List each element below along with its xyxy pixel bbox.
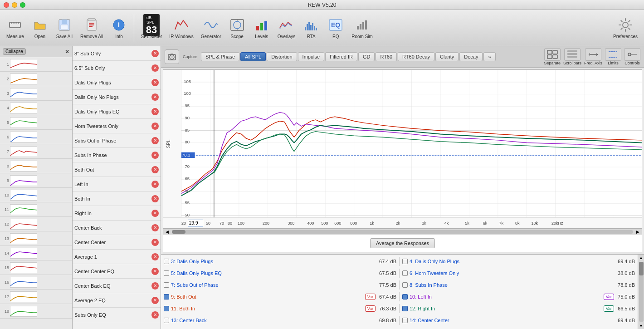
sidebar-item[interactable]: 16 (0, 275, 72, 290)
freq-cursor-input[interactable] (188, 220, 203, 226)
minimize-button[interactable] (12, 2, 17, 8)
ir-windows-button[interactable]: IR Windows (166, 15, 196, 41)
tab-decay[interactable]: Decay (459, 52, 483, 61)
measurement-delete-button[interactable]: ✕ (151, 93, 159, 101)
eq-button[interactable]: EQ EQ (324, 15, 347, 41)
sidebar-item[interactable]: 12 (0, 217, 72, 231)
preferences-button[interactable]: Preferences (610, 15, 640, 41)
measurement-item[interactable]: Both In ✕ (73, 192, 161, 206)
sidebar-item[interactable]: 3 (0, 86, 72, 101)
controls-button[interactable]: Controls (624, 48, 640, 65)
measurement-delete-button[interactable]: ✕ (151, 137, 159, 144)
measurement-delete-button[interactable]: ✕ (151, 123, 159, 130)
tab-gd[interactable]: GD (358, 52, 375, 61)
measurement-delete-button[interactable]: ✕ (151, 108, 159, 115)
collapse-button[interactable]: Collapse (3, 48, 26, 55)
lower-checkbox[interactable] (164, 318, 169, 323)
sidebar-item[interactable]: 17 (0, 290, 72, 304)
overlays-button[interactable]: Overlays (275, 15, 298, 41)
lower-meas-name[interactable]: 14: Center Center (410, 318, 614, 323)
save-all-button[interactable]: Save All (53, 15, 76, 41)
sidebar-item[interactable]: 7 (0, 144, 72, 159)
measurement-item[interactable]: Subs Out of Phase ✕ (73, 133, 161, 148)
measurement-delete-button[interactable]: ✕ (151, 79, 159, 86)
tab-rt60[interactable]: RT60 (376, 52, 397, 61)
measurement-item[interactable]: Center Center EQ ✕ (73, 264, 161, 279)
measurement-delete-button[interactable]: ✕ (151, 166, 159, 173)
levels-button[interactable]: Levels (250, 15, 273, 41)
measurement-item[interactable]: Average 1 ✕ (73, 250, 161, 264)
measurement-item[interactable]: Dalis Only No Plugs ✕ (73, 90, 161, 104)
spl-meter-button[interactable]: dB SPL 83 SPL Meter (138, 15, 165, 41)
sidebar-item[interactable]: 18 (0, 304, 72, 319)
measurement-item[interactable]: Average 2 EQ ✕ (73, 293, 161, 308)
capture-button[interactable] (165, 49, 179, 64)
lower-meas-name[interactable]: 5: Dalis Only Plugs EQ (171, 270, 376, 276)
measurement-delete-button[interactable]: ✕ (151, 195, 159, 202)
limits-button[interactable]: Limits (605, 48, 621, 65)
lower-checkbox[interactable] (402, 259, 408, 264)
measurement-item[interactable]: Subs In Phase ✕ (73, 148, 161, 162)
lower-checkbox[interactable] (402, 270, 408, 276)
sidebar-item[interactable]: 11 (0, 202, 72, 217)
tab-filtered_ir[interactable]: Filtered IR (325, 52, 357, 61)
lower-checkbox[interactable] (402, 282, 408, 288)
measurement-delete-button[interactable]: ✕ (151, 64, 159, 72)
var-button[interactable]: Var (365, 294, 376, 300)
measurement-item[interactable]: Left In ✕ (73, 177, 161, 192)
measure-button[interactable]: Measure (4, 15, 27, 41)
maximize-button[interactable] (20, 2, 25, 8)
measurement-item[interactable]: Subs Only EQ ✕ (73, 308, 161, 322)
info-button[interactable]: i Info (107, 15, 130, 41)
remove-all-button[interactable]: Remove All (78, 15, 106, 41)
lower-checkbox[interactable] (164, 270, 169, 276)
measurement-delete-button[interactable]: ✕ (151, 268, 159, 275)
tab-spl_phase[interactable]: SPL & Phase (201, 52, 239, 61)
measurement-delete-button[interactable]: ✕ (151, 253, 159, 260)
lower-meas-name[interactable]: 12: Right In (410, 306, 602, 311)
sidebar-item[interactable]: 6 (0, 130, 72, 144)
lower-checkbox[interactable] (164, 294, 169, 300)
tab-more[interactable]: » (483, 52, 495, 61)
scrollbars-button[interactable]: Scrollbars (563, 48, 581, 65)
freq-axis-button[interactable]: Freq. Axis (584, 48, 602, 65)
lower-scroll[interactable]: ▲ ▼ (638, 255, 644, 329)
sidebar-item[interactable]: 9 (0, 173, 72, 188)
lower-checkbox[interactable] (164, 259, 169, 264)
scroll-left-icon[interactable]: ◀ (164, 230, 170, 234)
lower-meas-name[interactable]: 4: Dalis Only No Plugs (410, 259, 614, 264)
var-button[interactable]: Var (365, 305, 376, 312)
tab-rt60_decay[interactable]: RT60 Decay (398, 52, 434, 61)
lower-meas-name[interactable]: 7: Subs Out of Phase (171, 282, 376, 288)
measurement-delete-button[interactable]: ✕ (151, 239, 159, 246)
average-responses-button[interactable]: Average the Responses (370, 238, 435, 248)
tab-clarity[interactable]: Clarity (435, 52, 459, 61)
sidebar-item[interactable]: 5 (0, 115, 72, 130)
measurement-item[interactable]: Dalis Only Plugs EQ ✕ (73, 104, 161, 119)
sidebar-item[interactable]: 13 (0, 231, 72, 246)
lower-checkbox[interactable] (402, 318, 408, 323)
sidebar-item[interactable]: 14 (0, 246, 72, 260)
sidebar-item[interactable]: 4 (0, 101, 72, 115)
lower-meas-name[interactable]: 11: Both In (171, 306, 363, 311)
lower-checkbox[interactable] (164, 282, 169, 288)
sidebar-item[interactable]: 1 (0, 57, 72, 72)
lower-meas-name[interactable]: 8: Subs In Phase (410, 282, 614, 288)
measurement-delete-button[interactable]: ✕ (151, 224, 159, 231)
measurement-delete-button[interactable]: ✕ (151, 297, 159, 304)
measurement-item[interactable]: Both Out ✕ (73, 162, 161, 177)
measurement-delete-button[interactable]: ✕ (151, 50, 159, 57)
h-scrollbar[interactable]: ◀ ▶ (163, 228, 642, 235)
measurement-item[interactable]: Center Back ✕ (73, 221, 161, 235)
sidebar-item[interactable]: 2 (0, 72, 72, 86)
lower-checkbox[interactable] (402, 294, 408, 300)
measurement-item[interactable]: Center Back EQ ✕ (73, 279, 161, 293)
separate-button[interactable]: Separate (544, 48, 561, 65)
lower-meas-name[interactable]: 6: Horn Tweeters Only (410, 270, 614, 276)
close-button[interactable] (4, 2, 9, 8)
measurement-scroll[interactable]: 8" Sub Only ✕ 6.5" Sub Only ✕ Dalis Only… (73, 46, 161, 329)
tab-all_spl[interactable]: All SPL (240, 52, 266, 61)
lower-meas-name[interactable]: 10: Left In (410, 294, 602, 300)
measurement-delete-button[interactable]: ✕ (151, 181, 159, 188)
lower-checkbox[interactable] (164, 306, 169, 311)
